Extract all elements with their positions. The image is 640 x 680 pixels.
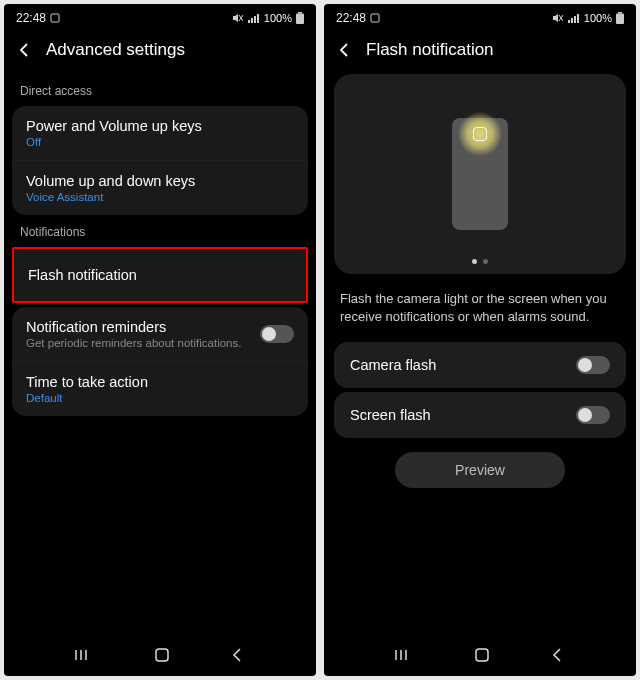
highlighted-row: Flash notification: [12, 247, 308, 303]
page-title: Advanced settings: [46, 40, 185, 60]
status-time: 22:48: [336, 11, 366, 25]
svg-rect-16: [568, 20, 570, 23]
screen-advanced-settings: 22:48 100% Advanced settings Direct acce…: [4, 4, 316, 676]
back-nav-icon[interactable]: [231, 648, 245, 662]
row-power-volume-up[interactable]: Power and Volume up keys Off: [12, 106, 308, 161]
toggle-screen-flash[interactable]: [576, 406, 610, 424]
svg-rect-18: [574, 16, 576, 23]
statusbar: 22:48 100%: [324, 4, 636, 32]
battery-icon: [616, 12, 624, 24]
back-icon[interactable]: [338, 43, 352, 57]
screenshot-icon: [50, 13, 60, 23]
svg-rect-17: [571, 18, 573, 23]
status-time: 22:48: [16, 11, 46, 25]
description-text: Flash the camera light or the screen whe…: [324, 274, 636, 342]
row-title: Power and Volume up keys: [26, 118, 202, 134]
navbar: [4, 634, 316, 676]
preview-illustration[interactable]: [334, 74, 626, 274]
signal-icon: [248, 13, 260, 23]
section-label-notifications: Notifications: [4, 215, 316, 247]
signal-icon: [568, 13, 580, 23]
svg-rect-19: [577, 14, 579, 23]
back-nav-icon[interactable]: [551, 648, 565, 662]
svg-rect-21: [616, 14, 624, 25]
svg-rect-5: [254, 16, 256, 23]
svg-rect-3: [248, 20, 250, 23]
statusbar: 22:48 100%: [4, 4, 316, 32]
section-label-direct: Direct access: [4, 74, 316, 106]
row-sub: Off: [26, 136, 202, 148]
recents-icon[interactable]: [75, 648, 93, 662]
recents-icon[interactable]: [395, 648, 413, 662]
svg-rect-12: [156, 649, 168, 661]
svg-rect-4: [251, 18, 253, 23]
home-icon[interactable]: [474, 647, 490, 663]
row-camera-flash[interactable]: Camera flash: [334, 342, 626, 388]
preview-button[interactable]: Preview: [395, 452, 565, 488]
dot-1: [472, 259, 477, 264]
card-notifications: Notification reminders Get periodic remi…: [12, 307, 308, 416]
row-title: Screen flash: [350, 407, 431, 423]
mute-icon: [552, 13, 564, 23]
row-volume-up-down[interactable]: Volume up and down keys Voice Assistant: [12, 161, 308, 215]
row-notification-reminders[interactable]: Notification reminders Get periodic remi…: [12, 307, 308, 362]
row-time-action[interactable]: Time to take action Default: [12, 362, 308, 416]
page-indicator[interactable]: [472, 259, 488, 264]
row-sub: Get periodic reminders about notificatio…: [26, 337, 241, 349]
header: Flash notification: [324, 32, 636, 74]
battery-icon: [296, 12, 304, 24]
home-icon[interactable]: [154, 647, 170, 663]
dot-2: [483, 259, 488, 264]
phone-mock-icon: [452, 118, 508, 230]
card-direct-access: Power and Volume up keys Off Volume up a…: [12, 106, 308, 215]
row-sub: Voice Assistant: [26, 191, 195, 203]
row-title: Notification reminders: [26, 319, 241, 335]
svg-rect-6: [257, 14, 259, 23]
status-battery-pct: 100%: [264, 12, 292, 24]
svg-rect-7: [298, 12, 302, 14]
svg-rect-20: [618, 12, 622, 14]
svg-rect-13: [371, 14, 379, 22]
screenshot-icon: [370, 13, 380, 23]
svg-rect-8: [296, 14, 304, 25]
page-title: Flash notification: [366, 40, 494, 60]
row-flash-notification[interactable]: Flash notification: [14, 249, 306, 301]
flash-glow-icon: [458, 112, 502, 156]
content: Flash the camera light or the screen whe…: [324, 74, 636, 634]
row-sub: Default: [26, 392, 148, 404]
back-icon[interactable]: [18, 43, 32, 57]
row-title: Camera flash: [350, 357, 436, 373]
status-battery-pct: 100%: [584, 12, 612, 24]
row-title: Volume up and down keys: [26, 173, 195, 189]
row-screen-flash[interactable]: Screen flash: [334, 392, 626, 438]
screen-flash-notification: 22:48 100% Flash notification Flash the …: [324, 4, 636, 676]
toggle-reminders[interactable]: [260, 325, 294, 343]
navbar: [324, 634, 636, 676]
mute-icon: [232, 13, 244, 23]
svg-rect-0: [51, 14, 59, 22]
row-title: Flash notification: [28, 267, 292, 283]
row-title: Time to take action: [26, 374, 148, 390]
svg-rect-25: [476, 649, 488, 661]
header: Advanced settings: [4, 32, 316, 74]
content: Direct access Power and Volume up keys O…: [4, 74, 316, 634]
toggle-camera-flash[interactable]: [576, 356, 610, 374]
